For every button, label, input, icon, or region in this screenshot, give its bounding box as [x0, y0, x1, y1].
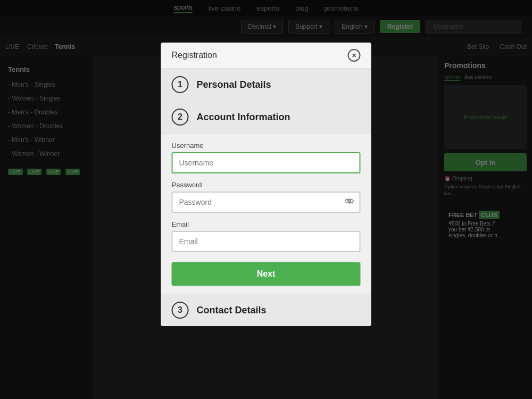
step1-label: Personal Details: [197, 79, 271, 90]
step2-number: 2: [172, 109, 189, 126]
step2-label: Account Information: [197, 112, 290, 123]
step3-number: 3: [172, 302, 189, 319]
account-form: Username Password Email N: [161, 134, 371, 294]
password-input[interactable]: [172, 192, 361, 213]
modal-close-button[interactable]: ×: [348, 49, 361, 62]
step3-label: Contact Details: [197, 305, 267, 316]
email-label: Email: [172, 220, 361, 228]
registration-modal: Registration × 1 Personal Details 2 Acco…: [161, 43, 371, 326]
username-group: Username: [172, 142, 361, 173]
username-input[interactable]: [172, 152, 361, 173]
modal-header: Registration ×: [161, 43, 371, 69]
email-input[interactable]: [172, 231, 361, 252]
password-input-wrapper: [172, 192, 361, 213]
email-group: Email: [172, 220, 361, 252]
modal-title: Registration: [172, 51, 217, 60]
step2-row[interactable]: 2 Account Information: [161, 101, 371, 134]
password-toggle-icon[interactable]: [345, 197, 354, 207]
step1-number: 1: [172, 76, 189, 93]
step3-row[interactable]: 3 Contact Details: [161, 294, 371, 326]
password-group: Password: [172, 181, 361, 213]
next-button[interactable]: Next: [172, 262, 361, 286]
password-label: Password: [172, 181, 361, 189]
step1-row[interactable]: 1 Personal Details: [161, 69, 371, 101]
username-label: Username: [172, 142, 361, 149]
